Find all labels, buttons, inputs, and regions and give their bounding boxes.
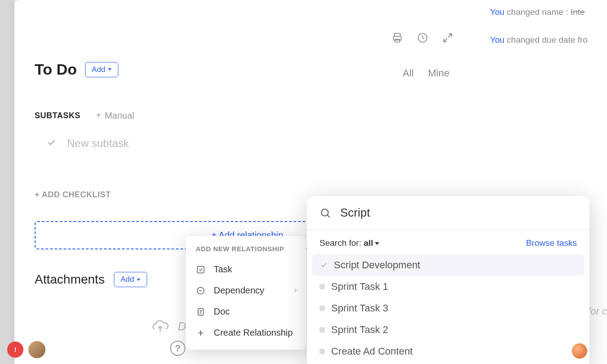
app-sidebar xyxy=(0,0,14,364)
result-label: Sprint Task 2 xyxy=(331,324,388,336)
arrow-up-icon xyxy=(95,112,102,120)
result-item[interactable]: Sprint Task 1 xyxy=(312,276,584,297)
attachments-add-button[interactable]: Add xyxy=(114,272,147,287)
menu-label: Create Relationship xyxy=(214,328,293,338)
chevron-down-icon xyxy=(375,242,379,245)
result-label: Sprint Task 3 xyxy=(331,302,388,314)
search-scope-toggle[interactable]: Search for: all xyxy=(319,238,379,248)
task-search-panel: Search for: all Browse tasks Script Deve… xyxy=(307,196,589,364)
clipped-text: for c xyxy=(588,306,607,317)
menu-label: Dependency xyxy=(214,285,264,296)
menu-label: Task xyxy=(214,264,232,275)
svg-rect-4 xyxy=(198,266,204,273)
result-label: Sprint Task 1 xyxy=(331,281,388,293)
svg-rect-2 xyxy=(395,39,400,42)
history-icon[interactable] xyxy=(416,31,429,44)
activity-actor: You xyxy=(490,35,504,44)
presence-avatars: ! xyxy=(7,340,47,360)
sort-label: Manual xyxy=(105,111,135,121)
toolbar-icons xyxy=(391,31,454,44)
activity-actor: You xyxy=(490,7,504,17)
result-item[interactable]: Create Ad Content xyxy=(312,341,584,362)
search-input[interactable] xyxy=(340,206,577,220)
cloud-upload-icon xyxy=(152,318,169,335)
result-item[interactable]: Sprint Task 3 xyxy=(312,297,584,319)
relationship-context-menu: ADD NEW RELATIONSHIP Task Dependency Doc… xyxy=(186,236,306,350)
search-row xyxy=(307,196,589,230)
activity-entry: You changed name : Inte xyxy=(490,4,607,20)
status-bullet xyxy=(319,306,325,311)
result-item[interactable]: Sprint Task 2 xyxy=(312,319,584,341)
check-icon xyxy=(319,261,328,269)
help-icon[interactable]: ? xyxy=(170,341,185,356)
activity-log: You changed name : Inte You changed due … xyxy=(490,0,607,48)
svg-point-7 xyxy=(321,209,328,216)
activity-old-value: Inte xyxy=(571,7,585,17)
menu-item-task[interactable]: Task xyxy=(186,259,306,280)
check-icon xyxy=(46,138,56,149)
filter-prefix: Search for: xyxy=(319,238,364,248)
browse-tasks-link[interactable]: Browse tasks xyxy=(526,238,577,248)
activity-tabs: All Mine xyxy=(403,67,450,79)
new-subtask-placeholder: New subtask xyxy=(67,137,129,150)
activity-entry: You changed due date fro xyxy=(490,32,607,48)
chevron-down-icon xyxy=(108,68,112,71)
result-label: Create Ad Content xyxy=(331,346,413,357)
notification-badge[interactable]: ! xyxy=(7,342,23,358)
activity-text: changed name : xyxy=(507,7,571,17)
check-square-icon xyxy=(196,265,206,275)
result-item[interactable]: Script Development xyxy=(312,254,584,276)
status-bullet xyxy=(319,327,325,333)
doc-icon xyxy=(196,307,206,317)
menu-label: Doc xyxy=(214,306,230,317)
minus-circle-icon xyxy=(196,286,206,296)
print-icon[interactable] xyxy=(391,31,404,44)
expand-icon[interactable] xyxy=(441,31,454,44)
search-results: Script Development Sprint Task 1 Sprint … xyxy=(307,253,589,364)
title-row: To Do Add xyxy=(35,61,587,78)
menu-item-create-relationship[interactable]: Create Relationship xyxy=(186,322,306,343)
result-label: Script Development xyxy=(334,259,420,271)
plus-icon xyxy=(196,328,206,338)
sort-toggle[interactable]: Manual xyxy=(95,111,135,121)
title-add-button[interactable]: Add xyxy=(85,62,118,77)
menu-item-doc[interactable]: Doc xyxy=(186,301,306,322)
activity-text: changed due date fro xyxy=(507,35,588,44)
chevron-down-icon xyxy=(137,279,140,281)
tab-all[interactable]: All xyxy=(403,67,414,79)
avatar[interactable] xyxy=(27,340,47,360)
svg-rect-0 xyxy=(395,33,400,36)
tab-mine[interactable]: Mine xyxy=(428,67,450,79)
new-subtask-row[interactable]: New subtask xyxy=(35,137,587,150)
menu-header: ADD NEW RELATIONSHIP xyxy=(186,245,306,259)
page-title: To Do xyxy=(35,61,77,78)
add-label: Add xyxy=(121,275,134,284)
filter-row: Search for: all Browse tasks xyxy=(307,230,589,253)
avatar[interactable] xyxy=(571,342,588,360)
status-bullet xyxy=(319,349,325,354)
filter-value: all xyxy=(364,238,373,248)
subtasks-label: SUBTASKS xyxy=(35,111,81,120)
add-label: Add xyxy=(92,65,105,74)
status-bullet xyxy=(319,284,325,289)
subtasks-header: SUBTASKS Manual xyxy=(35,111,587,121)
chevron-right-icon xyxy=(292,285,298,296)
menu-item-dependency[interactable]: Dependency xyxy=(186,280,306,301)
search-icon xyxy=(319,207,331,219)
attachments-title: Attachments xyxy=(35,272,105,287)
